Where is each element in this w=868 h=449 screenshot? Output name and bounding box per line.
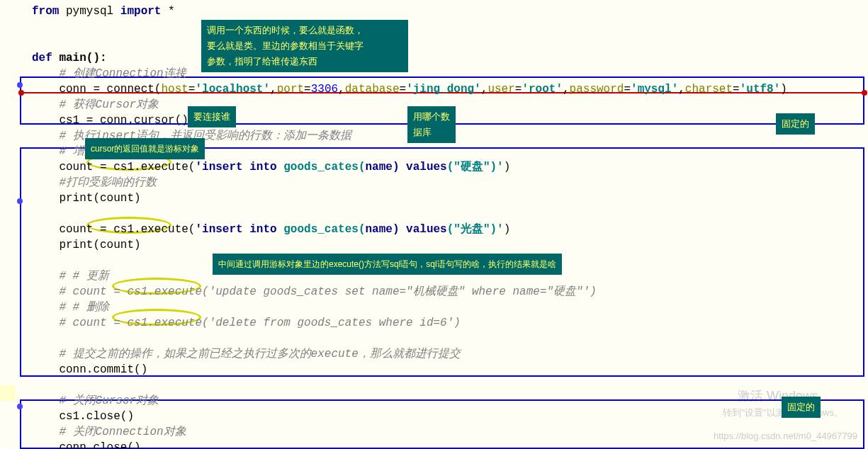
red-dot-left <box>18 90 24 96</box>
annotation-connect-who: 要连接谁 <box>188 106 236 127</box>
code-line-comment-close-cursor: # 关闭Cursor对象 <box>32 393 861 409</box>
code-line-comment-commit: # 提交之前的操作，如果之前已经之执行过多次的execute，那么就都进行提交 <box>32 346 861 362</box>
blue-dot-1 <box>17 82 23 88</box>
code-line-import: from pymysql import * <box>32 4 861 19</box>
annotation-which-db: 用哪个数 据库 <box>407 106 456 143</box>
code-line-cs1-close: cs1.close() <box>32 409 861 424</box>
code-line-comment-print: #打印受影响的行数 <box>32 175 861 191</box>
code-line-comment-delete-h: # # 删除 <box>32 300 861 315</box>
code-line-print1: print(count) <box>32 191 861 206</box>
code-line-comment-close-conn: # 关闭Connection对象 <box>32 424 861 440</box>
blue-dot-2 <box>17 198 23 204</box>
code-line-connect: conn = connect(host='localhost',port=330… <box>32 81 861 97</box>
blue-dot-3 <box>17 404 23 409</box>
code-line-comment-update: # count = cs1.execute('update goods_cate… <box>32 284 861 300</box>
annotation-top: 调用一个东西的时候，要么就是函数， 要么就是类。里边的参数相当于关键字 参数，指… <box>201 20 408 72</box>
code-line-count1: count = cs1.execute('insert into goods_c… <box>32 159 861 175</box>
code-line-commit: conn.commit() <box>32 362 861 377</box>
code-line-conn-close: conn.close() <box>32 440 861 449</box>
code-line-comment-delete: # count = cs1.execute('delete from goods… <box>32 315 861 331</box>
annotation-fixed-1: 固定的 <box>776 113 815 135</box>
code-line-comment-conn: # 创建Connection连接 <box>32 66 861 81</box>
code-line-count2: count = cs1.execute('insert into goods_c… <box>32 222 861 237</box>
annotation-cursor-return: cursor的返回值就是游标对象 <box>85 138 205 159</box>
annotation-middle: 中间通过调用游标对象里边的execute()方法写sql语句，sql语句写的啥，… <box>213 254 562 275</box>
code-editor[interactable]: from pymysql import * def main(): # 创建Co… <box>0 0 868 449</box>
red-dot-right <box>862 90 867 96</box>
annotation-fixed-2: 固定的 <box>782 397 821 418</box>
code-line-def: def main(): <box>32 50 861 66</box>
code-line-print2: print(count) <box>32 237 861 253</box>
